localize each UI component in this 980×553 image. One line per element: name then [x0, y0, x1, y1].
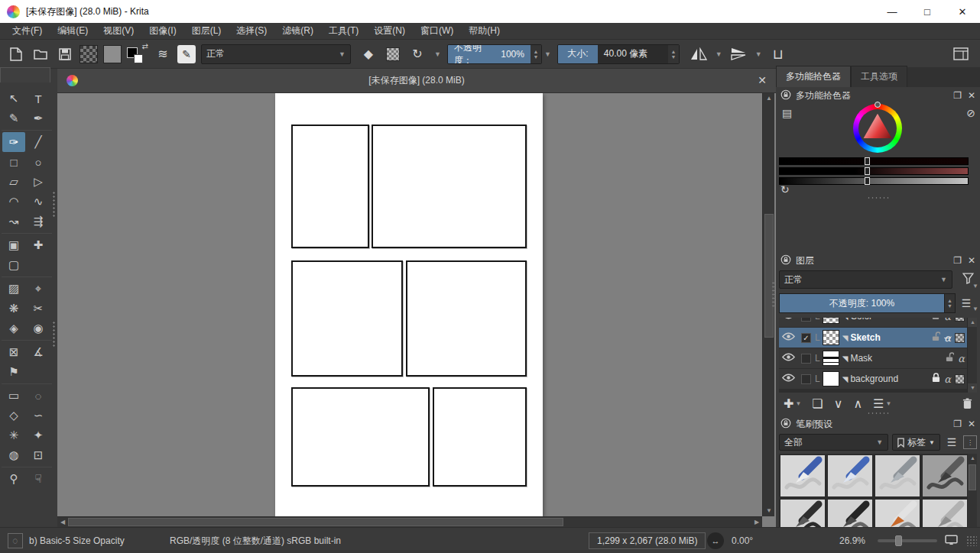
tool-fill[interactable]: ◈	[2, 319, 25, 338]
layer-blend-mode-dropdown[interactable]: 正常 ▼	[779, 270, 952, 289]
gradient-swatch[interactable]	[80, 45, 98, 63]
tool-polygon[interactable]: ▱	[2, 172, 25, 192]
chevron-down-icon[interactable]: ▼	[434, 50, 441, 58]
brush-size-slider[interactable]: 大小: 40.00 像素 ▲▼	[557, 44, 680, 64]
vertical-mirror-icon[interactable]	[729, 44, 748, 64]
canvas-rotation-icon[interactable]: ↔	[707, 532, 724, 549]
visibility-icon[interactable]	[782, 332, 797, 343]
color-wheel[interactable]	[853, 104, 902, 153]
tool-zoom[interactable]: ⚲	[2, 469, 25, 489]
zoom-level[interactable]: 26.9%	[839, 528, 865, 553]
opacity-slider[interactable]: 不透明度： 100% ▲▼	[447, 44, 542, 64]
no-color-icon[interactable]: ⊘	[966, 107, 975, 119]
foreground-background-colors[interactable]: ⇄	[127, 44, 147, 64]
dock-tab-1[interactable]: 工具选项	[851, 66, 907, 87]
brush-preset-eraser-small[interactable]	[827, 454, 873, 497]
scroll-down-arrow[interactable]: ▼	[968, 383, 977, 393]
close-button[interactable]: ✕	[945, 0, 980, 23]
alpha-lock-icon[interactable]: α	[944, 374, 951, 385]
layer-thumbnail[interactable]	[823, 330, 839, 345]
layer-unlocked-icon[interactable]	[932, 318, 940, 322]
docker-resize-handle[interactable]	[867, 412, 890, 415]
tool-colorize-mask[interactable]: ❋	[2, 299, 25, 319]
float-docker-icon[interactable]: ❐	[953, 419, 962, 429]
brush-filter-dropdown[interactable]: 全部 ▼	[779, 434, 888, 451]
selection-mode-icon[interactable]: ◌	[8, 533, 23, 548]
display-settings-icon[interactable]: ⋮	[963, 435, 977, 449]
layer-row-color[interactable]: L◥Colorα	[779, 318, 977, 328]
move-layer-down-button[interactable]: ∨	[834, 396, 843, 411]
layer-checkbox[interactable]	[801, 318, 811, 322]
layer-row-mask[interactable]: L◥Maskα	[779, 348, 977, 369]
layer-name[interactable]: Color	[850, 318, 932, 322]
visibility-icon[interactable]	[782, 374, 797, 384]
zoom-slider-knob[interactable]	[895, 535, 902, 546]
tool-bezier-curve[interactable]: ◠	[2, 192, 25, 212]
tool-assistants[interactable]: ⊠	[2, 342, 25, 362]
layer-row-background[interactable]: L◥backgroundα	[779, 369, 977, 390]
tool-rectangular-selection[interactable]: ▭	[2, 386, 25, 406]
layer-unlocked-icon[interactable]	[946, 352, 954, 364]
toolbox-tab[interactable]	[0, 67, 50, 82]
float-docker-icon[interactable]: ❐	[953, 255, 962, 266]
layer-thumbnail[interactable]	[823, 318, 839, 324]
fit-to-screen-icon[interactable]	[945, 535, 958, 548]
tool-reference-images[interactable]: ⚑	[2, 362, 25, 382]
refresh-icon[interactable]: ↻	[780, 183, 790, 196]
menu-item-2[interactable]: 视图(V)	[96, 23, 141, 39]
inherit-alpha-chip-icon[interactable]	[955, 333, 965, 343]
scroll-up-arrow[interactable]: ▲	[968, 454, 977, 463]
save-icon[interactable]	[55, 44, 75, 64]
scroll-up-arrow[interactable]: ▲	[968, 318, 977, 327]
toolbox-splitter-handle[interactable]	[52, 321, 56, 347]
move-layer-up-button[interactable]: ∧	[853, 396, 862, 411]
tool-freehand-path[interactable]: ∿	[27, 192, 50, 212]
color-history-bar[interactable]	[779, 157, 969, 165]
docker-lock-icon[interactable]	[780, 418, 791, 431]
tool-transform-layer[interactable]: ▣	[2, 235, 25, 255]
eraser-mode-icon[interactable]: ◆	[359, 44, 378, 64]
tool-similar-color-selection[interactable]: ✦	[27, 425, 50, 445]
canvas-page[interactable]	[275, 93, 543, 516]
tool-measure[interactable]: ∡	[27, 342, 50, 362]
tool-gradient[interactable]: ▨	[2, 279, 25, 299]
inherit-alpha-chip-icon[interactable]	[955, 318, 965, 322]
brush-preset-airbrush-soft[interactable]	[922, 454, 968, 497]
blend-mode-dropdown[interactable]: 正常 ▼	[201, 44, 351, 64]
background-color-swatch[interactable]	[134, 54, 143, 63]
chevron-down-icon[interactable]: ▼	[544, 50, 551, 58]
lightness-bar[interactable]	[779, 177, 969, 185]
menu-item-4[interactable]: 图层(L)	[184, 23, 229, 39]
layer-properties-button[interactable]: ☰▼	[873, 396, 891, 411]
canvas-horizontal-scrollbar[interactable]: ◀ ▶	[57, 516, 762, 527]
menu-item-1[interactable]: 编辑(E)	[50, 23, 96, 39]
close-docker-icon[interactable]: ✕	[968, 90, 975, 101]
window-resize-grip[interactable]	[966, 535, 977, 546]
layer-checkbox[interactable]	[801, 374, 811, 384]
image-dimensions[interactable]: 1,299 x 2,067 (28.0 MiB)	[589, 532, 706, 549]
tool-text[interactable]: T	[27, 89, 50, 108]
tool-smart-patch[interactable]: ✂	[27, 299, 50, 319]
layer-name[interactable]: background	[850, 374, 932, 384]
toolbox-splitter-handle[interactable]	[52, 191, 56, 217]
layer-thumbnail[interactable]	[823, 371, 839, 386]
layer-locked-icon[interactable]	[932, 373, 940, 385]
brush-preset-eraser-circle[interactable]	[780, 454, 826, 497]
alpha-lock-icon[interactable]: α	[944, 318, 951, 322]
selector-settings-icon[interactable]: ▤	[782, 107, 792, 119]
menu-item-3[interactable]: 图像(I)	[141, 23, 183, 39]
tool-ellipse[interactable]: ○	[27, 152, 50, 172]
add-layer-button[interactable]: ✚▼	[784, 396, 801, 411]
reload-preset-icon[interactable]: ↻	[407, 44, 427, 64]
delete-layer-button[interactable]	[962, 398, 972, 409]
visibility-icon[interactable]	[782, 318, 797, 322]
pattern-swatch[interactable]	[103, 45, 122, 63]
menu-item-0[interactable]: 文件(F)	[5, 23, 50, 39]
chevron-down-icon[interactable]: ▼	[716, 50, 722, 58]
subwindow-close-icon[interactable]: ✕	[758, 74, 767, 86]
docker-lock-icon[interactable]	[780, 254, 791, 267]
subwindow-titlebar[interactable]: [未保存图像] (28.0 MiB) ✕	[57, 69, 776, 93]
close-docker-icon[interactable]: ✕	[968, 419, 975, 429]
layer-row-sketch[interactable]: ✓L◥Sketchα	[779, 328, 977, 348]
tool-enclose-fill[interactable]: ◉	[27, 319, 50, 338]
